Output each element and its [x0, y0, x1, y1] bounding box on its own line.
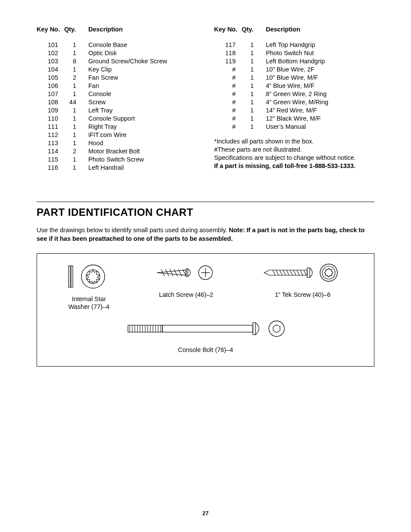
cell-description: User’s Manual [266, 122, 374, 131]
table-row: 1021Optic Disk [37, 49, 197, 57]
cell-keyno: 108 [37, 98, 64, 106]
note-star: *Includes all parts shown in the box. [214, 137, 374, 146]
cell-description: 4” Green Wire, M/Ring [266, 98, 374, 106]
svg-rect-24 [307, 268, 310, 277]
cell-qty: 2 [64, 73, 88, 81]
svg-rect-41 [162, 325, 253, 332]
cell-qty: 1 [242, 90, 266, 98]
cell-qty: 8 [64, 57, 88, 65]
cell-qty: 1 [64, 81, 88, 90]
cell-qty: 1 [242, 57, 266, 65]
table-row: 1101Console Support [37, 114, 197, 122]
cell-description: Key Clip [88, 65, 197, 73]
cell-description: 10” Blue Wire, 2F [266, 65, 374, 73]
latch-screw-label: Latch Screw (46)–2 [152, 291, 221, 299]
part-latch-screw: Latch Screw (46)–2 [152, 261, 221, 299]
table-row: #18” Green Wire, 2 Ring [214, 90, 374, 98]
table-row: 1142Motor Bracket Bolt [37, 147, 197, 155]
cell-description: 4” Blue Wire, M/F [266, 81, 374, 90]
note-hash: #These parts are not illustrated. [214, 146, 374, 154]
latch-screw-icon [152, 261, 221, 287]
cell-keyno: 116 [37, 163, 64, 171]
cell-description: 12” Black Wire, M/F [266, 114, 374, 122]
cell-qty: 1 [64, 114, 88, 122]
cell-qty: 1 [242, 73, 266, 81]
cell-keyno: # [214, 73, 242, 81]
table-row: 1171Left Top Handgrip [214, 40, 374, 49]
cell-description: Motor Bracket Bolt [88, 147, 197, 155]
cell-qty: 1 [64, 163, 88, 171]
cell-qty: 1 [64, 122, 88, 131]
svg-rect-1 [71, 266, 73, 287]
cell-keyno: 105 [37, 73, 64, 81]
cell-keyno: 111 [37, 122, 64, 131]
cell-keyno: # [214, 90, 242, 98]
cell-qty: 1 [64, 106, 88, 114]
table-row: 1011Console Base [37, 40, 197, 49]
cell-keyno: 119 [214, 57, 242, 65]
cell-description: Console Base [88, 40, 197, 49]
cell-keyno: # [214, 106, 242, 114]
part-console-bolt: Console Bolt (76)–4 [124, 317, 287, 354]
console-bolt-label: Console Bolt (76)–4 [124, 346, 287, 354]
cell-keyno: 104 [37, 65, 64, 73]
table-row: 1071Console [37, 90, 197, 98]
header-keyno: Key No. [214, 26, 242, 40]
table-row: #110” Blue Wire, 2F [214, 65, 374, 73]
svg-rect-0 [68, 266, 70, 287]
cell-keyno: 102 [37, 49, 64, 57]
cell-description: iFIT.com Wire [88, 131, 197, 139]
table-row: 1041Key Clip [37, 65, 197, 73]
header-keyno: Key No. [37, 26, 64, 40]
table-row: #114” Red Wire, M/F [214, 106, 374, 114]
table-row: 1131Hood [37, 139, 197, 147]
cell-qty: 1 [242, 40, 266, 49]
cell-description: Photo Switch Screw [88, 155, 197, 163]
cell-description: Left Handrail [88, 163, 197, 171]
table-row: 1121iFIT.com Wire [37, 131, 197, 139]
cell-qty: 1 [64, 49, 88, 57]
cell-description: Optic Disk [88, 49, 197, 57]
page-number: 27 [0, 510, 411, 516]
cell-keyno: 103 [37, 57, 64, 65]
cell-keyno: # [214, 98, 242, 106]
cell-qty: 1 [242, 81, 266, 90]
part-internal-star-washer: Internal StarWasher (77)–4 [65, 261, 112, 311]
note-specs: Specifications are subject to change wit… [214, 154, 374, 162]
svg-line-20 [293, 270, 296, 275]
parts-list-left: Key No. Qty. Description 1011Console Bas… [37, 26, 197, 171]
table-row: 1191Left Bottom Handgrip [214, 57, 374, 65]
svg-line-14 [273, 270, 275, 275]
cell-description: Hood [88, 139, 197, 147]
table-row: 1111Right Tray [37, 122, 197, 131]
cell-keyno: 109 [37, 106, 64, 114]
cell-qty: 1 [64, 139, 88, 147]
cell-keyno: 114 [37, 147, 64, 155]
cell-keyno: 101 [37, 40, 64, 49]
cell-keyno: # [214, 81, 242, 90]
cell-description: Screw [88, 98, 197, 106]
cell-qty: 1 [242, 114, 266, 122]
svg-line-6 [170, 269, 173, 276]
svg-marker-44 [273, 325, 280, 333]
header-qty: Qty. [64, 26, 88, 40]
svg-point-2 [81, 265, 105, 288]
table-row: 1091Left Tray [37, 106, 197, 114]
cell-description: 8” Green Wire, 2 Ring [266, 90, 374, 98]
cell-keyno: 117 [214, 40, 242, 49]
star-washer-label: Internal StarWasher (77)–4 [65, 295, 112, 311]
cell-keyno: # [214, 122, 242, 131]
svg-line-15 [276, 270, 279, 275]
cell-qty: 1 [64, 90, 88, 98]
cell-description: Right Tray [88, 122, 197, 131]
cell-description: Left Bottom Handgrip [266, 57, 374, 65]
tek-screw-label: 1” Tek Screw (40)–6 [260, 291, 346, 299]
table-row: 1151Photo Switch Screw [37, 155, 197, 163]
intro-paragraph: Use the drawings below to identify small… [37, 226, 374, 243]
cell-description: 14” Red Wire, M/F [266, 106, 374, 114]
table-row: #110” Blue Wire, M/F [214, 73, 374, 81]
svg-line-23 [304, 270, 306, 275]
svg-line-5 [165, 269, 169, 276]
tek-screw-icon [260, 261, 346, 287]
parts-list-right: Key No. Qty. Description 1171Left Top Ha… [214, 26, 374, 171]
